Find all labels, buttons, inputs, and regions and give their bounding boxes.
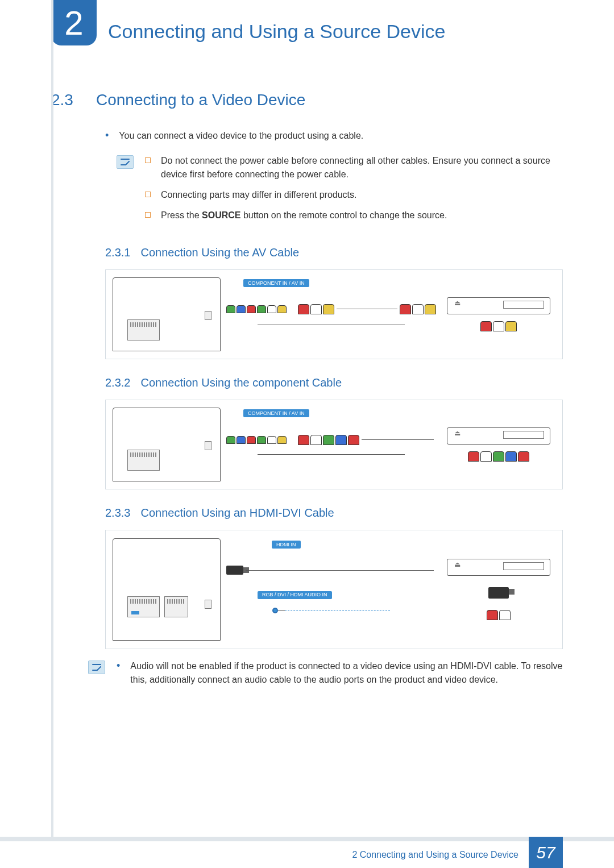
note-icon xyxy=(88,661,105,674)
tv-back-illustration xyxy=(113,277,221,351)
note-text-3: Press the SOURCE button on the remote co… xyxy=(161,209,447,222)
av-cable-diagram: COMPONENT IN / AV IN xyxy=(105,269,563,359)
port-label-audio-in: RGB / DVI / HDMI AUDIO IN xyxy=(258,591,332,599)
subsection-title: Connection Using the component Cable xyxy=(140,376,342,389)
square-bullet-icon xyxy=(145,157,151,163)
intro-bullet: • You can connect a video device to the … xyxy=(105,129,563,143)
tv-back-illustration xyxy=(113,408,221,481)
section-number: 2.3 xyxy=(51,91,73,109)
subsection-title: Connection Using an HDMI-DVI Cable xyxy=(140,506,334,520)
section-title: Connecting to a Video Device xyxy=(96,91,305,109)
intro-text: You can connect a video device to the pr… xyxy=(119,129,363,143)
note-item: Press the SOURCE button on the remote co… xyxy=(145,209,563,222)
note-block: Do not connect the power cable before co… xyxy=(117,154,563,229)
note-icon xyxy=(117,155,134,169)
hdmi-note-text: Audio will not be enabled if the product… xyxy=(130,659,563,687)
hdmi-dvi-cable-diagram: HDMI IN RGB / DVI / HDMI AUDIO IN xyxy=(105,530,563,649)
component-cable-diagram: COMPONENT IN / AV IN xyxy=(105,400,563,489)
subsection-heading: 2.3.3 Connection Using an HDMI-DVI Cable xyxy=(105,506,563,520)
square-bullet-icon xyxy=(145,192,151,197)
note-text-1: Do not connect the power cable before co… xyxy=(161,154,563,181)
subsection-number: 2.3.2 xyxy=(105,376,130,389)
section-heading: 2.3 Connecting to a Video Device xyxy=(51,91,563,109)
subsection-number: 2.3.3 xyxy=(105,506,130,520)
subsection-heading: 2.3.2 Connection Using the component Cab… xyxy=(105,376,563,389)
dvi-plug-icon xyxy=(488,587,509,599)
subsection-number: 2.3.1 xyxy=(105,246,130,259)
audio-jack-icon xyxy=(272,608,278,613)
hdmi-note-block: • Audio will not be enabled if the produ… xyxy=(88,659,563,687)
hdmi-plug-icon xyxy=(226,566,243,575)
footer-chapter-label: 2 Connecting and Using a Source Device xyxy=(342,837,529,868)
square-bullet-icon xyxy=(145,212,151,218)
tv-back-illustration xyxy=(113,538,221,641)
note-text-3-bold: SOURCE xyxy=(202,210,240,220)
subsection-title: Connection Using the AV Cable xyxy=(140,246,299,259)
subsection-heading: 2.3.1 Connection Using the AV Cable xyxy=(105,246,563,259)
footer-page-number: 57 xyxy=(529,837,563,868)
source-device-illustration xyxy=(447,427,550,445)
port-label-component-av: COMPONENT IN / AV IN xyxy=(243,409,309,417)
bullet-icon: • xyxy=(105,129,109,143)
port-label-component-av: COMPONENT IN / AV IN xyxy=(243,279,309,287)
note-item: Connecting parts may differ in different… xyxy=(145,188,563,202)
chapter-number-badge: 2 xyxy=(51,0,97,45)
bullet-icon: • xyxy=(117,659,120,687)
note-text-3-pre: Press the xyxy=(161,210,202,220)
page-footer: 2 Connecting and Using a Source Device 5… xyxy=(0,837,614,868)
source-device-illustration xyxy=(447,297,550,314)
note-text-2: Connecting parts may differ in different… xyxy=(161,188,356,202)
left-margin-rule xyxy=(51,0,53,837)
source-device-illustration xyxy=(447,559,550,576)
chapter-header: 2 Connecting and Using a Source Device xyxy=(51,17,563,45)
port-label-hdmi-in: HDMI IN xyxy=(272,541,301,549)
note-item: Do not connect the power cable before co… xyxy=(145,154,563,181)
note-text-3-post: button on the remote control to change t… xyxy=(240,210,447,220)
chapter-title: Connecting and Using a Source Device xyxy=(108,20,445,43)
